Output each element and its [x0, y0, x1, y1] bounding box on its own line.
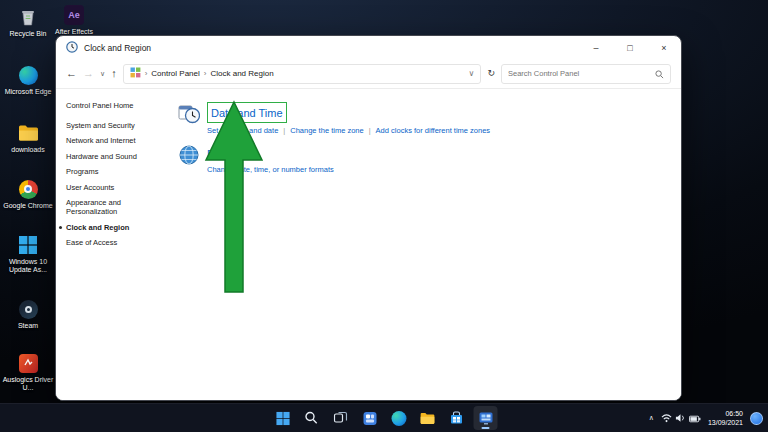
notification-icon[interactable] — [750, 412, 763, 425]
sidebar-item-system-and-security[interactable]: System and Security — [66, 121, 168, 130]
date-and-time-link[interactable]: Date and Time — [211, 107, 283, 119]
breadcrumb-clock-and-region[interactable]: Clock and Region — [210, 69, 273, 78]
microsoft-store-button[interactable] — [445, 406, 469, 430]
sidebar-item-hardware-and-sound[interactable]: Hardware and Sound — [66, 152, 168, 161]
steam-icon — [17, 298, 39, 320]
sidebar-item-network-and-internet[interactable]: Network and Internet — [66, 136, 168, 145]
up-button[interactable]: ↑ — [111, 68, 117, 79]
task-view-button[interactable] — [329, 406, 353, 430]
region-section: Region Change date, time, or number form… — [176, 144, 681, 174]
set-time-and-date-link[interactable]: Set the time and date — [207, 126, 278, 135]
tray-status-icons[interactable] — [661, 409, 701, 427]
file-explorer-button[interactable] — [416, 406, 440, 430]
hidden-icons-chevron[interactable]: ∧ — [649, 414, 654, 422]
tray-time: 06:50 — [708, 409, 743, 418]
forward-button[interactable]: → — [83, 68, 94, 79]
current-item-bullet — [59, 226, 62, 229]
desktop-icon-microsoft-edge[interactable]: Microsoft Edge — [1, 64, 55, 96]
recent-locations-dropdown-icon[interactable]: ∨ — [100, 70, 105, 77]
sidebar-item-programs[interactable]: Programs — [66, 167, 168, 176]
breadcrumb[interactable]: › Control Panel › Clock and Region ∨ — [123, 64, 482, 84]
desktop-icon-label: Microsoft Edge — [5, 88, 52, 96]
region-link[interactable]: Region — [207, 148, 242, 160]
active-app-indicator — [482, 427, 490, 429]
recycle-bin-icon — [17, 6, 39, 28]
close-button[interactable]: × — [647, 36, 681, 59]
desktop-icon-label: Steam — [18, 322, 38, 330]
desktop-icon-steam[interactable]: Steam — [1, 298, 55, 330]
breadcrumb-dropdown-icon[interactable]: ∨ — [469, 69, 475, 78]
battery-icon — [689, 409, 701, 427]
desktop-icon-label: downloads — [11, 146, 44, 154]
sidebar-item-label: Clock and Region — [66, 223, 129, 232]
back-button[interactable]: ← — [66, 68, 77, 79]
search-box[interactable] — [501, 64, 671, 84]
link-separator: | — [369, 126, 371, 135]
volume-icon — [675, 409, 686, 427]
desktop-icon-label: Auslogics Driver U... — [1, 376, 55, 393]
breadcrumb-separator: › — [145, 69, 148, 78]
sidebar-item-control-panel-home[interactable]: Control Panel Home — [66, 101, 168, 110]
windows-logo-icon — [17, 234, 39, 256]
sidebar-item-user-accounts[interactable]: User Accounts — [66, 183, 168, 192]
add-clocks-link[interactable]: Add clocks for different time zones — [376, 126, 491, 135]
breadcrumb-control-panel[interactable]: Control Panel — [151, 69, 199, 78]
change-formats-link[interactable]: Change date, time, or number formats — [207, 165, 334, 174]
link-separator: | — [283, 126, 285, 135]
search-icon — [655, 65, 664, 83]
chrome-icon — [17, 178, 39, 200]
desktop-icon-label: Recycle Bin — [10, 30, 47, 38]
sidebar-item-clock-and-region[interactable]: Clock and Region — [66, 223, 168, 232]
search-taskbar-button[interactable] — [300, 406, 324, 430]
clock-region-window-icon — [66, 39, 78, 57]
widgets-button[interactable] — [358, 406, 382, 430]
window-titlebar[interactable]: Clock and Region – □ × — [56, 36, 681, 59]
start-button[interactable] — [271, 406, 295, 430]
desktop-icon-label: Google Chrome — [3, 202, 52, 210]
desktop-icon-auslogics[interactable]: Auslogics Driver U... — [1, 352, 55, 393]
control-panel-taskbar-button[interactable] — [474, 406, 498, 430]
navigation-toolbar: ← → ∨ ↑ › Control Panel › Clock and Regi… — [56, 59, 681, 89]
control-panel-icon — [130, 67, 141, 80]
date-and-time-section: Date and Time Set the time and date | Ch… — [176, 102, 681, 135]
search-input[interactable] — [508, 69, 651, 78]
main-content: Date and Time Set the time and date | Ch… — [168, 89, 681, 400]
region-globe-icon — [178, 144, 200, 166]
date-and-time-highlight-box: Date and Time — [207, 102, 287, 123]
control-panel-window: Clock and Region – □ × ← → ∨ ↑ › Control… — [55, 35, 682, 401]
sidebar: Control Panel Home System and Security N… — [56, 89, 168, 400]
system-tray: ∧ 06:50 13/09/2021 — [649, 404, 763, 432]
change-time-zone-link[interactable]: Change the time zone — [290, 126, 363, 135]
sidebar-item-appearance-and-personalization[interactable]: Appearance and Personalization — [66, 198, 168, 217]
window-title: Clock and Region — [84, 43, 579, 53]
desktop-icon-label: Windows 10 Update As... — [1, 258, 55, 275]
refresh-button[interactable]: ↻ — [487, 69, 495, 78]
sidebar-item-ease-of-access[interactable]: Ease of Access — [66, 238, 168, 247]
maximize-button[interactable]: □ — [613, 36, 647, 59]
edge-icon — [17, 64, 39, 86]
desktop-icon-google-chrome[interactable]: Google Chrome — [1, 178, 55, 210]
desktop-icon-after-effects[interactable]: Ae After Effects — [47, 4, 101, 36]
breadcrumb-separator: › — [204, 69, 207, 78]
taskbar-clock[interactable]: 06:50 13/09/2021 — [708, 409, 743, 427]
tray-date: 13/09/2021 — [708, 418, 743, 427]
network-icon — [661, 409, 672, 427]
date-and-time-icon — [178, 102, 200, 124]
minimize-button[interactable]: – — [579, 36, 613, 59]
taskbar: ∧ 06:50 13/09/2021 — [0, 403, 768, 432]
edge-taskbar-button[interactable] — [387, 406, 411, 430]
taskbar-center-icons — [271, 404, 498, 432]
desktop-icon-downloads[interactable]: downloads — [1, 122, 55, 154]
auslogics-icon — [17, 352, 39, 374]
after-effects-icon: Ae — [63, 4, 85, 26]
folder-icon — [17, 122, 39, 144]
desktop-icon-windows-update[interactable]: Windows 10 Update As... — [1, 234, 55, 275]
